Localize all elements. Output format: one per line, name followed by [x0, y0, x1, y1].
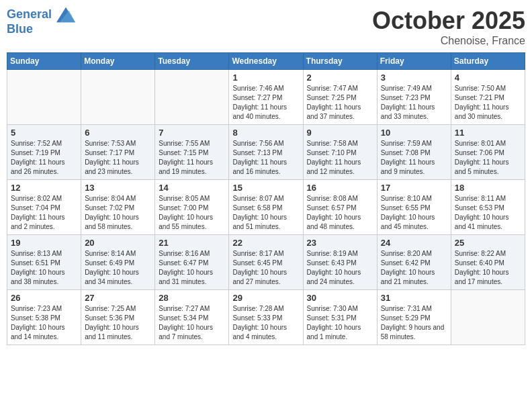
day-info: Sunrise: 8:14 AMSunset: 6:49 PMDaylight:… — [85, 249, 151, 287]
day-info: Sunrise: 7:49 AMSunset: 7:23 PMDaylight:… — [381, 84, 447, 122]
day-info: Sunrise: 8:13 AMSunset: 6:51 PMDaylight:… — [11, 249, 77, 287]
day-info: Sunrise: 8:01 AMSunset: 7:06 PMDaylight:… — [455, 139, 521, 177]
calendar-cell: 3Sunrise: 7:49 AMSunset: 7:23 PMDaylight… — [377, 70, 451, 125]
day-number: 24 — [381, 238, 447, 248]
day-number: 21 — [159, 238, 225, 248]
calendar-cell — [81, 70, 155, 125]
day-info: Sunrise: 8:19 AMSunset: 6:43 PMDaylight:… — [307, 249, 373, 287]
day-info: Sunrise: 8:22 AMSunset: 6:40 PMDaylight:… — [455, 249, 521, 287]
day-info: Sunrise: 7:52 AMSunset: 7:19 PMDaylight:… — [11, 139, 77, 177]
day-number: 4 — [455, 73, 521, 83]
calendar-cell — [7, 70, 81, 125]
day-number: 17 — [381, 183, 447, 193]
calendar-week-1: 1Sunrise: 7:46 AMSunset: 7:27 PMDaylight… — [7, 70, 525, 125]
calendar-cell: 25Sunrise: 8:22 AMSunset: 6:40 PMDayligh… — [451, 235, 525, 290]
day-number: 28 — [159, 293, 225, 303]
calendar-cell: 15Sunrise: 8:07 AMSunset: 6:58 PMDayligh… — [229, 180, 303, 235]
calendar-cell: 13Sunrise: 8:04 AMSunset: 7:02 PMDayligh… — [81, 180, 155, 235]
page-header: General Blue October 2025 Chenoise, Fran… — [7, 7, 525, 47]
day-number: 12 — [11, 183, 77, 193]
logo: General Blue — [7, 7, 75, 36]
day-info: Sunrise: 8:10 AMSunset: 6:55 PMDaylight:… — [381, 194, 447, 232]
day-of-week-sunday: Sunday — [7, 53, 81, 70]
day-info: Sunrise: 7:25 AMSunset: 5:36 PMDaylight:… — [85, 304, 151, 342]
day-number: 22 — [232, 238, 299, 248]
calendar-cell: 22Sunrise: 8:17 AMSunset: 6:45 PMDayligh… — [229, 235, 303, 290]
day-number: 14 — [159, 183, 225, 193]
day-number: 18 — [455, 183, 521, 193]
day-info: Sunrise: 7:31 AMSunset: 5:29 PMDaylight:… — [381, 304, 447, 342]
day-of-week-tuesday: Tuesday — [155, 53, 229, 70]
day-info: Sunrise: 7:58 AMSunset: 7:10 PMDaylight:… — [307, 139, 373, 177]
day-info: Sunrise: 8:20 AMSunset: 6:42 PMDaylight:… — [381, 249, 447, 287]
day-of-week-monday: Monday — [81, 53, 155, 70]
calendar-table: SundayMondayTuesdayWednesdayThursdayFrid… — [7, 52, 525, 345]
location: Chenoise, France — [372, 35, 525, 47]
day-info: Sunrise: 8:08 AMSunset: 6:57 PMDaylight:… — [307, 194, 373, 232]
day-number: 5 — [11, 128, 77, 138]
day-number: 8 — [232, 128, 299, 138]
calendar-cell: 18Sunrise: 8:11 AMSunset: 6:53 PMDayligh… — [451, 180, 525, 235]
day-number: 7 — [159, 128, 225, 138]
calendar-week-4: 19Sunrise: 8:13 AMSunset: 6:51 PMDayligh… — [7, 235, 525, 290]
day-number: 10 — [381, 128, 447, 138]
day-info: Sunrise: 7:30 AMSunset: 5:31 PMDaylight:… — [307, 304, 373, 342]
calendar-cell: 20Sunrise: 8:14 AMSunset: 6:49 PMDayligh… — [81, 235, 155, 290]
day-number: 23 — [307, 238, 373, 248]
day-info: Sunrise: 8:05 AMSunset: 7:00 PMDaylight:… — [159, 194, 225, 232]
day-info: Sunrise: 7:27 AMSunset: 5:34 PMDaylight:… — [159, 304, 225, 342]
day-number: 30 — [307, 293, 373, 303]
day-number: 13 — [85, 183, 151, 193]
day-number: 29 — [232, 293, 299, 303]
calendar-cell: 30Sunrise: 7:30 AMSunset: 5:31 PMDayligh… — [303, 290, 377, 345]
calendar-cell: 8Sunrise: 7:56 AMSunset: 7:13 PMDaylight… — [229, 125, 303, 180]
day-number: 1 — [232, 73, 299, 83]
calendar-cell: 6Sunrise: 7:53 AMSunset: 7:17 PMDaylight… — [81, 125, 155, 180]
day-info: Sunrise: 7:56 AMSunset: 7:13 PMDaylight:… — [232, 139, 299, 177]
logo-blue: Blue — [7, 23, 75, 36]
day-number: 3 — [381, 73, 447, 83]
calendar-week-5: 26Sunrise: 7:23 AMSunset: 5:38 PMDayligh… — [7, 290, 525, 345]
day-number: 26 — [11, 293, 77, 303]
calendar-cell: 12Sunrise: 8:02 AMSunset: 7:04 PMDayligh… — [7, 180, 81, 235]
calendar-cell: 10Sunrise: 7:59 AMSunset: 7:08 PMDayligh… — [377, 125, 451, 180]
calendar-cell: 2Sunrise: 7:47 AMSunset: 7:25 PMDaylight… — [303, 70, 377, 125]
title-area: October 2025 Chenoise, France — [372, 7, 525, 47]
day-number: 6 — [85, 128, 151, 138]
calendar-cell: 7Sunrise: 7:55 AMSunset: 7:15 PMDaylight… — [155, 125, 229, 180]
day-info: Sunrise: 8:11 AMSunset: 6:53 PMDaylight:… — [455, 194, 521, 232]
day-info: Sunrise: 7:23 AMSunset: 5:38 PMDaylight:… — [11, 304, 77, 342]
calendar-cell: 28Sunrise: 7:27 AMSunset: 5:34 PMDayligh… — [155, 290, 229, 345]
day-info: Sunrise: 7:53 AMSunset: 7:17 PMDaylight:… — [85, 139, 151, 177]
day-info: Sunrise: 8:02 AMSunset: 7:04 PMDaylight:… — [11, 194, 77, 232]
day-info: Sunrise: 7:59 AMSunset: 7:08 PMDaylight:… — [381, 139, 447, 177]
day-info: Sunrise: 8:04 AMSunset: 7:02 PMDaylight:… — [85, 194, 151, 232]
day-number: 25 — [455, 238, 521, 248]
calendar-cell: 11Sunrise: 8:01 AMSunset: 7:06 PMDayligh… — [451, 125, 525, 180]
day-info: Sunrise: 7:47 AMSunset: 7:25 PMDaylight:… — [307, 84, 373, 122]
calendar-cell: 27Sunrise: 7:25 AMSunset: 5:36 PMDayligh… — [81, 290, 155, 345]
calendar-cell: 14Sunrise: 8:05 AMSunset: 7:00 PMDayligh… — [155, 180, 229, 235]
calendar-cell: 23Sunrise: 8:19 AMSunset: 6:43 PMDayligh… — [303, 235, 377, 290]
day-number: 2 — [307, 73, 373, 83]
calendar-cell: 26Sunrise: 7:23 AMSunset: 5:38 PMDayligh… — [7, 290, 81, 345]
day-of-week-saturday: Saturday — [451, 53, 525, 70]
calendar-cell: 1Sunrise: 7:46 AMSunset: 7:27 PMDaylight… — [229, 70, 303, 125]
calendar-cell: 17Sunrise: 8:10 AMSunset: 6:55 PMDayligh… — [377, 180, 451, 235]
calendar-cell: 16Sunrise: 8:08 AMSunset: 6:57 PMDayligh… — [303, 180, 377, 235]
day-number: 27 — [85, 293, 151, 303]
calendar-week-2: 5Sunrise: 7:52 AMSunset: 7:19 PMDaylight… — [7, 125, 525, 180]
day-info: Sunrise: 7:50 AMSunset: 7:21 PMDaylight:… — [455, 84, 521, 122]
day-number: 20 — [85, 238, 151, 248]
calendar-cell — [451, 290, 525, 345]
day-number: 16 — [307, 183, 373, 193]
day-info: Sunrise: 7:55 AMSunset: 7:15 PMDaylight:… — [159, 139, 225, 177]
day-number: 15 — [232, 183, 299, 193]
calendar-week-3: 12Sunrise: 8:02 AMSunset: 7:04 PMDayligh… — [7, 180, 525, 235]
calendar-cell: 19Sunrise: 8:13 AMSunset: 6:51 PMDayligh… — [7, 235, 81, 290]
day-info: Sunrise: 8:07 AMSunset: 6:58 PMDaylight:… — [232, 194, 299, 232]
day-info: Sunrise: 7:28 AMSunset: 5:33 PMDaylight:… — [232, 304, 299, 342]
day-of-week-wednesday: Wednesday — [229, 53, 303, 70]
calendar-cell: 9Sunrise: 7:58 AMSunset: 7:10 PMDaylight… — [303, 125, 377, 180]
calendar-cell: 24Sunrise: 8:20 AMSunset: 6:42 PMDayligh… — [377, 235, 451, 290]
